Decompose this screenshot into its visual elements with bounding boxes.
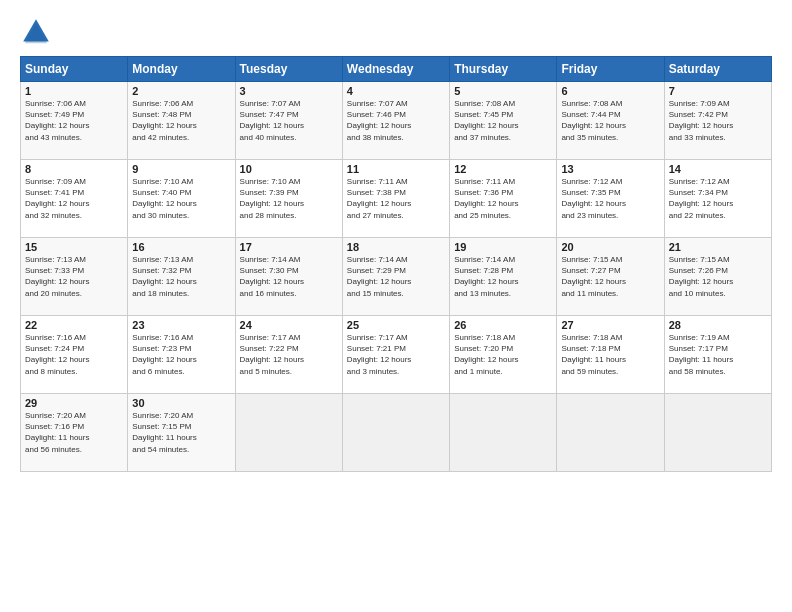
calendar-cell: 12Sunrise: 7:11 AM Sunset: 7:36 PM Dayli…: [450, 160, 557, 238]
day-number: 12: [454, 163, 552, 175]
calendar-cell: 19Sunrise: 7:14 AM Sunset: 7:28 PM Dayli…: [450, 238, 557, 316]
day-info: Sunrise: 7:18 AM Sunset: 7:18 PM Dayligh…: [561, 332, 659, 377]
day-number: 29: [25, 397, 123, 409]
logo: [20, 16, 56, 48]
day-info: Sunrise: 7:13 AM Sunset: 7:33 PM Dayligh…: [25, 254, 123, 299]
calendar-week-2: 8Sunrise: 7:09 AM Sunset: 7:41 PM Daylig…: [21, 160, 772, 238]
day-number: 4: [347, 85, 445, 97]
day-number: 16: [132, 241, 230, 253]
day-info: Sunrise: 7:11 AM Sunset: 7:38 PM Dayligh…: [347, 176, 445, 221]
day-info: Sunrise: 7:12 AM Sunset: 7:34 PM Dayligh…: [669, 176, 767, 221]
calendar-cell: 5Sunrise: 7:08 AM Sunset: 7:45 PM Daylig…: [450, 82, 557, 160]
day-info: Sunrise: 7:08 AM Sunset: 7:45 PM Dayligh…: [454, 98, 552, 143]
calendar-cell: 26Sunrise: 7:18 AM Sunset: 7:20 PM Dayli…: [450, 316, 557, 394]
day-info: Sunrise: 7:19 AM Sunset: 7:17 PM Dayligh…: [669, 332, 767, 377]
page: SundayMondayTuesdayWednesdayThursdayFrid…: [0, 0, 792, 612]
day-info: Sunrise: 7:17 AM Sunset: 7:21 PM Dayligh…: [347, 332, 445, 377]
calendar-cell: [342, 394, 449, 472]
calendar-header-monday: Monday: [128, 57, 235, 82]
calendar-cell: 23Sunrise: 7:16 AM Sunset: 7:23 PM Dayli…: [128, 316, 235, 394]
day-info: Sunrise: 7:07 AM Sunset: 7:46 PM Dayligh…: [347, 98, 445, 143]
day-number: 21: [669, 241, 767, 253]
day-number: 7: [669, 85, 767, 97]
day-info: Sunrise: 7:08 AM Sunset: 7:44 PM Dayligh…: [561, 98, 659, 143]
calendar-cell: 24Sunrise: 7:17 AM Sunset: 7:22 PM Dayli…: [235, 316, 342, 394]
day-number: 8: [25, 163, 123, 175]
day-info: Sunrise: 7:10 AM Sunset: 7:40 PM Dayligh…: [132, 176, 230, 221]
calendar-cell: 28Sunrise: 7:19 AM Sunset: 7:17 PM Dayli…: [664, 316, 771, 394]
day-number: 13: [561, 163, 659, 175]
day-info: Sunrise: 7:16 AM Sunset: 7:24 PM Dayligh…: [25, 332, 123, 377]
header: [20, 16, 772, 48]
day-number: 2: [132, 85, 230, 97]
day-info: Sunrise: 7:15 AM Sunset: 7:27 PM Dayligh…: [561, 254, 659, 299]
day-number: 15: [25, 241, 123, 253]
calendar-header-row: SundayMondayTuesdayWednesdayThursdayFrid…: [21, 57, 772, 82]
day-number: 10: [240, 163, 338, 175]
calendar-cell: [235, 394, 342, 472]
calendar-cell: 22Sunrise: 7:16 AM Sunset: 7:24 PM Dayli…: [21, 316, 128, 394]
calendar-cell: 3Sunrise: 7:07 AM Sunset: 7:47 PM Daylig…: [235, 82, 342, 160]
calendar-cell: 20Sunrise: 7:15 AM Sunset: 7:27 PM Dayli…: [557, 238, 664, 316]
day-info: Sunrise: 7:14 AM Sunset: 7:30 PM Dayligh…: [240, 254, 338, 299]
day-info: Sunrise: 7:18 AM Sunset: 7:20 PM Dayligh…: [454, 332, 552, 377]
day-info: Sunrise: 7:15 AM Sunset: 7:26 PM Dayligh…: [669, 254, 767, 299]
day-number: 28: [669, 319, 767, 331]
calendar-cell: 13Sunrise: 7:12 AM Sunset: 7:35 PM Dayli…: [557, 160, 664, 238]
day-number: 22: [25, 319, 123, 331]
day-number: 5: [454, 85, 552, 97]
day-info: Sunrise: 7:14 AM Sunset: 7:29 PM Dayligh…: [347, 254, 445, 299]
day-number: 6: [561, 85, 659, 97]
calendar-cell: 7Sunrise: 7:09 AM Sunset: 7:42 PM Daylig…: [664, 82, 771, 160]
calendar-week-1: 1Sunrise: 7:06 AM Sunset: 7:49 PM Daylig…: [21, 82, 772, 160]
day-info: Sunrise: 7:10 AM Sunset: 7:39 PM Dayligh…: [240, 176, 338, 221]
day-number: 24: [240, 319, 338, 331]
calendar-cell: 15Sunrise: 7:13 AM Sunset: 7:33 PM Dayli…: [21, 238, 128, 316]
day-number: 30: [132, 397, 230, 409]
day-number: 20: [561, 241, 659, 253]
calendar-week-5: 29Sunrise: 7:20 AM Sunset: 7:16 PM Dayli…: [21, 394, 772, 472]
calendar-cell: 2Sunrise: 7:06 AM Sunset: 7:48 PM Daylig…: [128, 82, 235, 160]
day-info: Sunrise: 7:20 AM Sunset: 7:15 PM Dayligh…: [132, 410, 230, 455]
calendar-cell: 18Sunrise: 7:14 AM Sunset: 7:29 PM Dayli…: [342, 238, 449, 316]
day-info: Sunrise: 7:12 AM Sunset: 7:35 PM Dayligh…: [561, 176, 659, 221]
day-info: Sunrise: 7:06 AM Sunset: 7:49 PM Dayligh…: [25, 98, 123, 143]
calendar-cell: 1Sunrise: 7:06 AM Sunset: 7:49 PM Daylig…: [21, 82, 128, 160]
day-number: 26: [454, 319, 552, 331]
calendar-cell: [557, 394, 664, 472]
day-info: Sunrise: 7:07 AM Sunset: 7:47 PM Dayligh…: [240, 98, 338, 143]
day-info: Sunrise: 7:09 AM Sunset: 7:42 PM Dayligh…: [669, 98, 767, 143]
day-number: 3: [240, 85, 338, 97]
calendar-cell: 8Sunrise: 7:09 AM Sunset: 7:41 PM Daylig…: [21, 160, 128, 238]
day-number: 14: [669, 163, 767, 175]
calendar-cell: 4Sunrise: 7:07 AM Sunset: 7:46 PM Daylig…: [342, 82, 449, 160]
calendar-header-thursday: Thursday: [450, 57, 557, 82]
day-number: 23: [132, 319, 230, 331]
day-number: 19: [454, 241, 552, 253]
day-number: 11: [347, 163, 445, 175]
calendar-week-4: 22Sunrise: 7:16 AM Sunset: 7:24 PM Dayli…: [21, 316, 772, 394]
day-number: 18: [347, 241, 445, 253]
calendar-header-friday: Friday: [557, 57, 664, 82]
calendar-cell: 30Sunrise: 7:20 AM Sunset: 7:15 PM Dayli…: [128, 394, 235, 472]
calendar-cell: [664, 394, 771, 472]
day-info: Sunrise: 7:14 AM Sunset: 7:28 PM Dayligh…: [454, 254, 552, 299]
calendar-cell: 11Sunrise: 7:11 AM Sunset: 7:38 PM Dayli…: [342, 160, 449, 238]
calendar: SundayMondayTuesdayWednesdayThursdayFrid…: [20, 56, 772, 472]
day-number: 9: [132, 163, 230, 175]
calendar-cell: 27Sunrise: 7:18 AM Sunset: 7:18 PM Dayli…: [557, 316, 664, 394]
calendar-cell: 17Sunrise: 7:14 AM Sunset: 7:30 PM Dayli…: [235, 238, 342, 316]
day-info: Sunrise: 7:17 AM Sunset: 7:22 PM Dayligh…: [240, 332, 338, 377]
calendar-header-sunday: Sunday: [21, 57, 128, 82]
day-number: 1: [25, 85, 123, 97]
day-number: 17: [240, 241, 338, 253]
calendar-cell: 14Sunrise: 7:12 AM Sunset: 7:34 PM Dayli…: [664, 160, 771, 238]
calendar-cell: 10Sunrise: 7:10 AM Sunset: 7:39 PM Dayli…: [235, 160, 342, 238]
day-info: Sunrise: 7:13 AM Sunset: 7:32 PM Dayligh…: [132, 254, 230, 299]
calendar-cell: 25Sunrise: 7:17 AM Sunset: 7:21 PM Dayli…: [342, 316, 449, 394]
day-number: 25: [347, 319, 445, 331]
calendar-cell: 21Sunrise: 7:15 AM Sunset: 7:26 PM Dayli…: [664, 238, 771, 316]
calendar-cell: 16Sunrise: 7:13 AM Sunset: 7:32 PM Dayli…: [128, 238, 235, 316]
day-info: Sunrise: 7:06 AM Sunset: 7:48 PM Dayligh…: [132, 98, 230, 143]
day-number: 27: [561, 319, 659, 331]
